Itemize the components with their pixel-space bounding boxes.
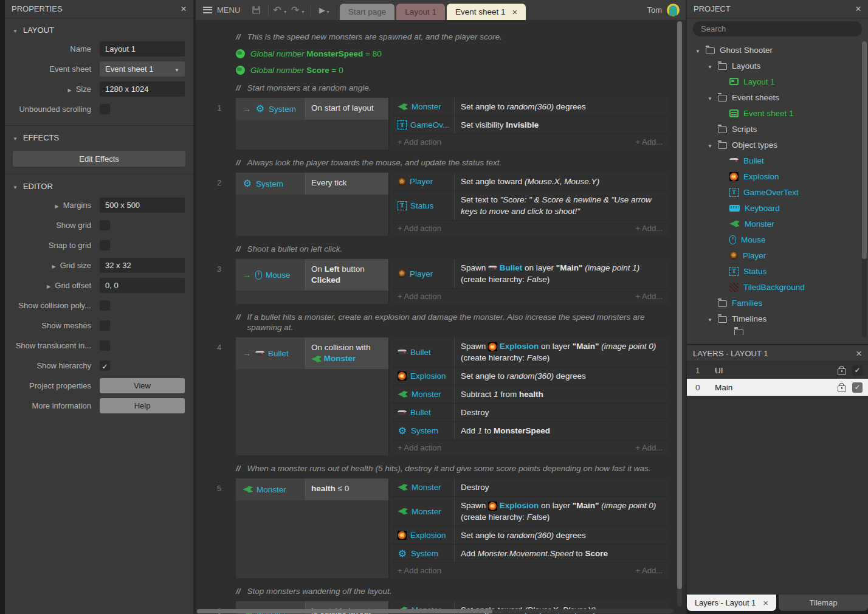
condition-object[interactable]: Monster [236, 478, 305, 500]
expander-icon[interactable] [55, 201, 63, 210]
snap-to-grid-checkbox[interactable] [100, 240, 110, 250]
condition-column[interactable]: Monster health ≤ 0 [236, 478, 390, 578]
action-row[interactable]: GameOv... Set visibility Invisible [390, 116, 669, 134]
tab-layers-layout-1[interactable]: Layers - Layout 1 [687, 595, 776, 611]
tree-item-monster[interactable]: Monster [687, 216, 868, 232]
scrollbar-thumb[interactable] [677, 21, 682, 589]
action-row[interactable]: Monster Spawn Explosion on layer "Main" … [390, 497, 669, 526]
condition-column[interactable]: Mouse On Left button Clicked [236, 259, 390, 304]
add-link[interactable]: + Add... [636, 566, 663, 575]
grid-offset-input[interactable] [100, 278, 185, 293]
add-action-link[interactable]: + Add action [398, 224, 441, 233]
scrollbar-thumb[interactable] [862, 41, 867, 259]
horizontal-scrollbar[interactable] [197, 609, 673, 613]
condition-object[interactable]: System [236, 173, 305, 195]
tab-start-page[interactable]: Start page [340, 4, 394, 20]
size-input[interactable] [100, 81, 185, 97]
section-header-editor[interactable]: EDITOR [5, 177, 193, 195]
help-button[interactable]: Help [100, 398, 185, 413]
condition-text[interactable]: On start of layout [305, 98, 388, 120]
edit-effects-button[interactable]: Edit Effects [13, 151, 185, 167]
tree-item-explosion[interactable]: Explosion [687, 168, 868, 184]
unbounded-scrolling-checkbox[interactable] [100, 104, 110, 114]
action-row[interactable]: Monster Set angle to random(360) degrees [390, 98, 669, 116]
tree-item-object-types[interactable]: Object types [687, 137, 868, 153]
add-link[interactable]: + Add... [636, 292, 663, 301]
comment[interactable]: // When a monster runs out of health (5 … [236, 463, 669, 474]
add-link[interactable]: + Add... [636, 137, 663, 147]
add-link[interactable]: + Add... [636, 443, 663, 452]
condition-object[interactable]: Bullet [236, 337, 305, 369]
global-variable[interactable]: Global number MonsterSpeed = 80 [236, 49, 669, 58]
add-action-link[interactable]: + Add action [398, 292, 441, 301]
action-row[interactable]: Player Set angle toward (Mouse.X, Mouse.… [390, 173, 669, 191]
action-row[interactable]: Monster Subtract 1 from health [390, 385, 669, 404]
tree-item-layout-1[interactable]: Layout 1 [687, 74, 868, 89]
action-row[interactable]: Explosion Set angle to random(360) degre… [390, 526, 669, 545]
action-row[interactable]: Explosion Set angle to random(360) degre… [390, 367, 669, 385]
tree-item-ghost-shooter[interactable]: Ghost Shooter [687, 42, 868, 58]
project-scrollbar[interactable] [862, 41, 867, 337]
action-row[interactable]: Bullet Spawn Explosion on layer "Main" (… [390, 337, 669, 367]
show-translucent-checkbox[interactable] [100, 340, 110, 351]
tab-layout-1[interactable]: Layout 1 [396, 4, 445, 20]
tree-item-layouts[interactable]: Layouts [687, 58, 868, 74]
tree-item-event-sheets[interactable]: Event sheets [687, 89, 868, 105]
expander-icon[interactable] [68, 85, 76, 94]
add-link[interactable]: + Add... [636, 224, 663, 233]
chevron-down-icon[interactable] [708, 93, 713, 102]
undo-dropdown-icon[interactable] [283, 5, 290, 16]
chevron-down-icon[interactable] [708, 140, 713, 150]
layer-row-ui[interactable]: 1 UI [687, 362, 868, 379]
view-button[interactable]: View [100, 378, 185, 393]
chevron-down-icon[interactable] [695, 46, 701, 55]
action-row[interactable]: Bullet Destroy [390, 404, 669, 422]
comment[interactable]: // Start monsters at a random angle. [236, 83, 669, 93]
add-action-link[interactable]: + Add action [398, 137, 441, 147]
close-icon[interactable] [855, 4, 861, 14]
redo-dropdown-icon[interactable] [300, 5, 308, 16]
global-variable[interactable]: Global number Score = 0 [236, 66, 669, 75]
condition-column[interactable]: System On start of layout [236, 98, 390, 150]
expander-icon[interactable] [47, 281, 55, 290]
chevron-down-icon[interactable] [708, 61, 713, 71]
expander-icon[interactable] [52, 261, 60, 270]
lock-icon[interactable] [838, 385, 846, 392]
add-action-link[interactable]: + Add action [398, 443, 441, 452]
search-input[interactable] [693, 21, 862, 36]
action-row[interactable]: Player Spawn Bullet on layer "Main" (ima… [390, 259, 669, 289]
action-row[interactable]: System Add 1 to MonsterSpeed [390, 422, 669, 440]
tree-item-scripts[interactable]: Scripts [687, 121, 868, 137]
tree-item-status[interactable]: Status [687, 263, 868, 279]
preview-play-icon[interactable]: ▶ [314, 5, 325, 15]
undo-icon[interactable]: ↶ [272, 5, 282, 15]
layer-visibility-checkbox[interactable] [852, 382, 863, 393]
condition-text[interactable]: On collision with Monster [305, 337, 388, 369]
section-header-layout[interactable]: LAYOUT [5, 21, 193, 39]
tree-item-keyboard[interactable]: Keyboard [687, 200, 868, 216]
add-action-link[interactable]: + Add action [398, 566, 441, 575]
condition-column[interactable]: System Every tick [236, 173, 390, 236]
tree-item-partial[interactable] [687, 326, 868, 335]
tree-item-gameovertext[interactable]: GameOverText [687, 184, 868, 200]
close-tab-icon[interactable] [512, 7, 518, 17]
show-hierarchy-checkbox[interactable] [100, 360, 110, 371]
action-row[interactable]: Status Set text to "Score: " & Score & n… [390, 191, 669, 221]
close-icon[interactable] [856, 348, 862, 359]
tree-item-tiledbackground[interactable]: TiledBackground [687, 279, 868, 295]
avatar[interactable] [667, 4, 680, 16]
layer-row-main[interactable]: 0 Main [687, 379, 868, 396]
tab-event-sheet-1[interactable]: Event sheet 1 [447, 4, 526, 20]
action-row[interactable]: System Add Monster.Movement.Speed to Sco… [390, 545, 669, 563]
close-tab-icon[interactable] [763, 598, 768, 608]
condition-object[interactable]: System [236, 98, 305, 120]
comment[interactable]: // This is the speed new monsters are sp… [236, 32, 669, 42]
comment[interactable]: // Always look the player towards the mo… [236, 157, 669, 168]
action-row[interactable]: Monster Destroy [390, 478, 669, 497]
show-collision-checkbox[interactable] [100, 300, 110, 311]
tree-item-player[interactable]: Player [687, 247, 868, 263]
section-header-effects[interactable]: EFFECTS [5, 128, 193, 147]
layer-visibility-checkbox[interactable] [852, 365, 863, 376]
redo-icon[interactable]: ↷ [290, 5, 300, 15]
condition-text[interactable]: On Left button Clicked [305, 259, 388, 291]
